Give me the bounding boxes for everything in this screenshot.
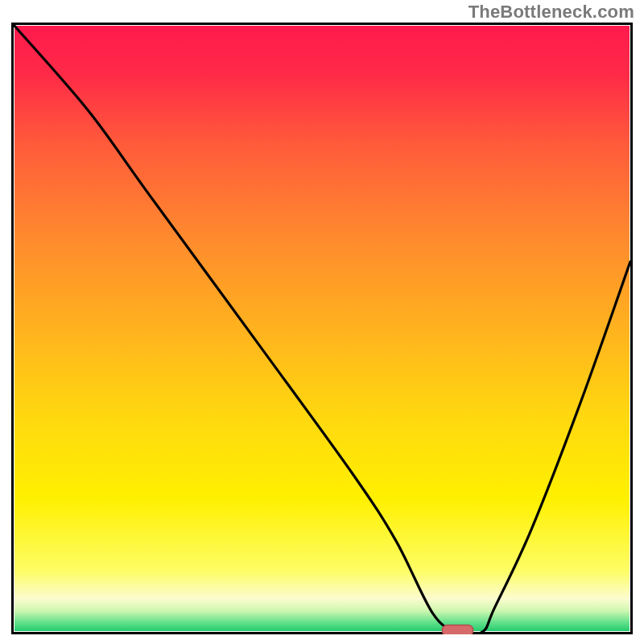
chart-svg xyxy=(11,23,633,634)
selection-marker xyxy=(442,625,473,635)
gradient-plot-area xyxy=(14,25,630,632)
bottleneck-chart xyxy=(11,23,633,634)
watermark-text: TheBottleneck.com xyxy=(469,2,634,23)
